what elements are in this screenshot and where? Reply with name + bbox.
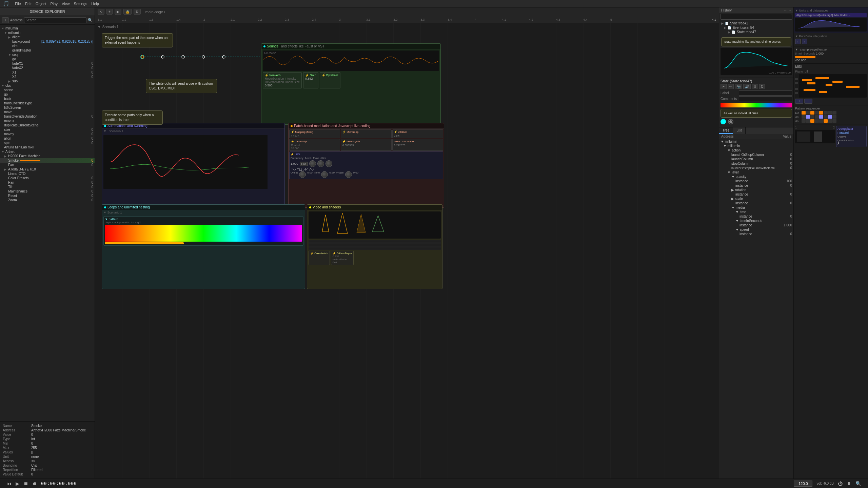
rtree-launchstopname[interactable]: launchOrStopColumnWithName0 — [719, 166, 793, 170]
tree-item-x1[interactable]: X1 0 — [0, 70, 95, 75]
add-address-btn[interactable]: + — [2, 17, 9, 23]
cue-icon-2[interactable] — [728, 119, 733, 124]
tree-item-duplicatecurrentscene[interactable]: duplicateCurrentScene — [0, 123, 95, 127]
cue-icon-1[interactable] — [721, 119, 726, 124]
pseq-cell[interactable] — [819, 115, 823, 119]
transport-stop-btn[interactable]: ⏹ — [23, 481, 28, 486]
tree-item-align[interactable]: align 0 — [0, 136, 95, 141]
lfo-offset-knob[interactable] — [299, 171, 306, 178]
tree-item-arturia[interactable]: Arturia MiniLab mkII — [0, 145, 95, 149]
tree-item-background[interactable]: background [1, 0.889491, 0.926818, 0.231… — [0, 39, 95, 44]
lfo-shape-square[interactable] — [297, 168, 302, 171]
pseq-cell[interactable] — [828, 111, 832, 115]
tree-item-artnet[interactable]: ▼ Artnet — [0, 149, 95, 154]
lfo-shape-triangle[interactable] — [309, 168, 314, 171]
rtree-timeseconds[interactable]: ▼ timeInSeconds — [719, 219, 793, 223]
power-btn[interactable]: ⏻ — [838, 481, 843, 486]
rtree-millumin[interactable]: ▼ millumin — [719, 139, 793, 144]
pseq-cell[interactable] — [828, 115, 832, 119]
rtree-time-inst[interactable]: instance0 — [719, 214, 793, 219]
lfo-phase-knob[interactable] — [345, 171, 352, 178]
tree-item-spin[interactable]: spin 0 — [0, 141, 95, 145]
tree-item-colorpresets[interactable]: Color Presets 0 — [0, 176, 95, 180]
pseq-cell[interactable] — [832, 111, 836, 115]
state-config-btn[interactable]: ⚙ — [752, 84, 758, 89]
tree-item-fittoscreen[interactable]: fitToScreen — [0, 105, 95, 110]
pseq-cell[interactable] — [802, 115, 806, 119]
pseq-cell[interactable] — [828, 119, 832, 123]
rtree-rotation[interactable]: ▶ rotation — [719, 188, 793, 192]
tree-item-movey[interactable]: movey 0 — [0, 132, 95, 136]
pseq-cell[interactable] — [802, 119, 806, 123]
pseq-cell[interactable] — [810, 111, 814, 115]
tree-item-transoverridetype[interactable]: transOverrideType — [0, 101, 95, 105]
menu-view[interactable]: View — [62, 2, 70, 6]
tab-list[interactable]: List — [733, 127, 746, 134]
score-canvas[interactable]: ▼ Scenario 1 Trigger the next part of th… — [95, 23, 719, 479]
puredata-icon2[interactable]: ↑ — [802, 39, 807, 44]
puredata-icon1[interactable]: ↓ — [795, 39, 801, 44]
pseq-cell[interactable] — [810, 119, 814, 123]
tree-item-obs[interactable]: ▼ obs — [0, 83, 95, 88]
tree-item-fadex2[interactable]: fadeX2 0 — [0, 66, 95, 70]
rtree-time[interactable]: ▼ time — [719, 210, 793, 214]
rtree-stop[interactable]: stopColumn0 — [719, 161, 793, 166]
lfo-shape-saw[interactable] — [303, 168, 308, 171]
rtree-layer[interactable]: ▼ layer — [719, 170, 793, 175]
tree-item-fan[interactable]: Fan 0 — [0, 163, 95, 167]
rtree-speed[interactable]: ▼ speed — [719, 227, 793, 232]
tree-item-scene[interactable]: scene — [0, 88, 95, 92]
lfo-flow-knob[interactable] — [326, 160, 332, 167]
tree-item-transoverrideduration[interactable]: transOverrideDuration 0 — [0, 114, 95, 119]
lfo-time-knob[interactable] — [321, 171, 328, 178]
rtree-opacity[interactable]: ▼ opacity — [719, 175, 793, 179]
tree-item-millumin[interactable]: ▼ millumin — [0, 26, 95, 30]
lfo-freq-knob[interactable] — [309, 160, 316, 167]
state-c-btn[interactable]: C — [759, 84, 765, 89]
tree-item-seq[interactable]: ▼ seq — [0, 53, 95, 57]
zoom-btn[interactable]: 🔍 — [855, 481, 861, 486]
menu-object[interactable]: Object — [36, 2, 46, 6]
history-item-sync[interactable]: ▶ 📄 Sync.tree41 — [720, 21, 793, 25]
transport-play-btn[interactable]: ▶ — [16, 481, 19, 486]
state-edit-btn[interactable]: ✏ — [728, 84, 734, 89]
toolbar-lock-btn[interactable]: 🔒 — [123, 9, 132, 15]
midi-add-btn[interactable]: + — [795, 99, 803, 104]
tree-item-reset[interactable]: Reset 0 — [0, 194, 95, 198]
tree-item-smoke[interactable]: Smoke 0 — [0, 158, 95, 163]
toolbar-settings-btn[interactable]: ⚙ — [134, 9, 141, 15]
pseq-cell[interactable] — [806, 119, 810, 123]
pseq-cell[interactable] — [832, 115, 836, 119]
pseq-cell[interactable] — [806, 111, 810, 115]
tree-item-linearcto[interactable]: Linear CTO — [0, 171, 95, 176]
transport-record-btn[interactable]: ⏺ — [32, 481, 37, 486]
lfo-half-btn[interactable]: Half — [300, 162, 308, 166]
state-cut-btn[interactable]: ✂ — [721, 84, 727, 89]
tree-item-size[interactable]: size 0 — [0, 127, 95, 132]
color-picker-bar[interactable] — [721, 103, 792, 107]
rtree-media[interactable]: ▼ media — [719, 205, 793, 210]
toolbar-select-btn[interactable]: ↖ — [98, 9, 104, 15]
lfo-shape-sine[interactable] — [291, 168, 296, 171]
tree-item-obs-go[interactable]: go — [0, 92, 95, 97]
tree-item-h2000[interactable]: ▶ H2000 Faze Machine — [0, 154, 95, 158]
pseq-cell[interactable] — [810, 115, 814, 119]
menu-play[interactable]: Play — [51, 2, 58, 6]
menu-settings[interactable]: Settings — [74, 2, 87, 6]
tree-item-tilt[interactable]: Tilt 0 — [0, 185, 95, 189]
pseq-cell[interactable] — [815, 119, 819, 123]
rtree-speed-inst[interactable]: instance0 — [719, 232, 793, 236]
score-area[interactable]: 1.1 1.2 1.3 1.4 2 2.1 2.2 2.3 2.4 3 3.1 … — [95, 16, 719, 479]
tree-item-dlight[interactable]: ▶ dlight — [0, 35, 95, 39]
pause-btn[interactable]: ⏸ — [847, 481, 851, 486]
label-input[interactable] — [739, 90, 792, 96]
rtree-action[interactable]: ▼ action — [719, 148, 793, 152]
tree-item-fadex1[interactable]: fadeX1 0 — [0, 61, 95, 66]
tree-item-millumin-sub[interactable]: ▼ millumin — [0, 30, 95, 35]
history-search-input[interactable] — [721, 14, 792, 20]
rtree-scale-inst[interactable]: instance0 — [719, 201, 793, 205]
tree-item-pan[interactable]: Pan 0 — [0, 180, 95, 185]
pseq-cell[interactable] — [819, 111, 823, 115]
history-item-event[interactable]: ▶ 📄 Event.swan54 — [720, 25, 793, 30]
pseq-cell[interactable] — [815, 111, 819, 115]
